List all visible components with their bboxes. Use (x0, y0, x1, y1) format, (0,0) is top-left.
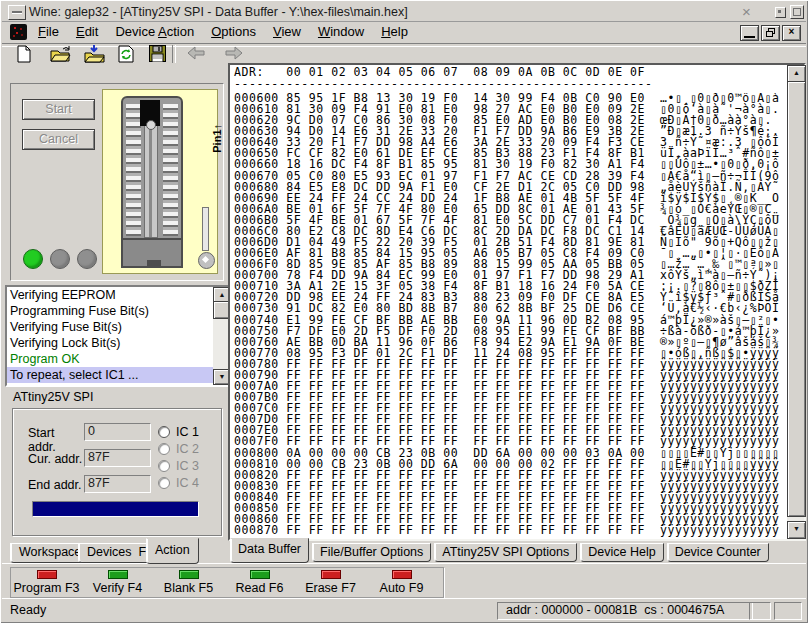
log-item[interactable]: Programming Fuse Bit(s) (7, 303, 213, 319)
log-scrollbar[interactable]: ▲ ▼ (213, 287, 229, 385)
scroll-thumb[interactable] (787, 81, 806, 517)
action-label: Program F3 (11, 581, 82, 595)
log-list: Verifying EEPROMProgramming Fuse Bit(s)V… (7, 287, 213, 385)
refresh-buffer-icon (118, 45, 134, 63)
radio-label: IC 3 (176, 459, 199, 473)
cur-addr-label: Cur. addr. (28, 452, 84, 466)
hex-rows[interactable]: 000600 85 95 1F B8 13 30 19 F0 14 30 99 … (234, 93, 786, 539)
menu-help[interactable]: Help (381, 21, 408, 43)
action-read-f6[interactable]: Read F6 (224, 570, 295, 595)
socket-knob-icon (198, 252, 215, 269)
action-buttons: Program F3Verify F4Blank F5Read F6Erase … (10, 567, 444, 598)
tab-file-buffer-options[interactable]: File/Buffer Options (312, 543, 431, 562)
tab-data-buffer[interactable]: Data Buffer (230, 538, 309, 563)
hex-row[interactable]: 000870 FF FF FF FF FF FF FF FF FF FF FF … (234, 525, 786, 536)
menu-device-action[interactable]: Device Action (115, 21, 194, 43)
led-red-icon (321, 570, 341, 579)
menu-window[interactable]: Window (318, 21, 364, 43)
action-label: Auto F9 (366, 581, 437, 595)
status-led-gray-icon (50, 249, 70, 269)
action-verify-f4[interactable]: Verify F4 (82, 570, 153, 595)
menu-dash-icon (12, 11, 22, 14)
app-chip-icon[interactable] (10, 24, 27, 40)
wm-close-icon[interactable]: × (742, 3, 751, 20)
radio-label: IC 2 (176, 442, 199, 456)
title-bar[interactable]: Wine: galep32 - [ATtiny25V SPI - Data Bu… (2, 2, 806, 22)
menu-row: FileEditDevice ActionOptionsViewWindowHe… (2, 21, 806, 43)
end-addr-field[interactable]: 87F (84, 475, 151, 493)
mdi-close-button[interactable]: × (782, 25, 801, 41)
open-file-icon (50, 45, 71, 63)
wm-maximize-button[interactable] (790, 5, 804, 19)
radio-circle-icon[interactable] (158, 426, 170, 438)
status-addr-info: addr : 000000 - 00081B cs : 0004675A (497, 602, 753, 620)
log-item[interactable]: Verifying Lock Bit(s) (7, 335, 213, 351)
load-file-to-buffer-button[interactable] (84, 45, 106, 63)
refresh-buffer-button[interactable] (118, 45, 140, 63)
start-addr-label: Start addr. (28, 426, 84, 454)
action-auto-f9[interactable]: Auto F9 (366, 570, 437, 595)
mdi-restore-button[interactable] (761, 25, 780, 41)
start-button[interactable]: Start (22, 99, 95, 120)
radio-ic-1[interactable]: IC 1 (158, 425, 199, 439)
hex-separator: ----------------------------------------… (230, 79, 804, 92)
forward-button (224, 45, 246, 63)
action-label: Verify F4 (82, 581, 153, 595)
radio-ic-3: IC 3 (158, 459, 199, 473)
status-leds (23, 249, 97, 269)
new-file-button[interactable] (16, 45, 38, 63)
data-buffer-window[interactable]: ADR: 00 01 02 03 04 05 06 07 08 09 0A 0B… (228, 63, 806, 541)
log-item[interactable]: To repeat, select IC1 ... (7, 367, 213, 383)
tab-attiny25v-spi-options[interactable]: ATtiny25V SPI Options (434, 543, 577, 562)
end-addr-label: End addr. (28, 478, 84, 492)
status-led-green-icon (23, 249, 43, 269)
status-ready: Ready (10, 603, 46, 617)
zif-socket-icon (121, 96, 183, 244)
led-green-icon (250, 570, 270, 579)
new-file-icon (16, 45, 32, 63)
status-cell-2 (774, 602, 802, 620)
save-file-button[interactable] (149, 45, 171, 63)
window-menu-button[interactable] (8, 5, 26, 20)
menu-file[interactable]: File (38, 21, 59, 43)
menu-bar: FileEditDevice ActionOptionsViewWindowHe… (38, 21, 425, 43)
wm-minimize-button[interactable] (775, 7, 786, 18)
action-program-f3[interactable]: Program F3 (11, 570, 82, 595)
radio-circle-icon (158, 443, 170, 455)
cur-addr-field[interactable]: 87F (84, 449, 151, 467)
action-label: Erase F7 (295, 581, 366, 595)
start-addr-field[interactable]: 0 (84, 423, 151, 441)
log-item[interactable]: Program OK (7, 351, 213, 367)
cancel-button[interactable]: Cancel (22, 129, 95, 150)
log-listbox: Verifying EEPROMProgramming Fuse Bit(s)V… (5, 285, 231, 387)
status-bar: Ready addr : 000000 - 00081B cs : 000467… (2, 598, 806, 620)
mdi-controls: × (740, 25, 801, 41)
forward-icon (224, 45, 244, 61)
tab-device-counter[interactable]: Device Counter (667, 543, 769, 562)
buffer-scrollbar[interactable]: ▲ ▼ (787, 65, 804, 539)
ic-radios: IC 1IC 2IC 3IC 4 (158, 425, 218, 495)
radio-circle-icon (158, 477, 170, 489)
led-red-icon (392, 570, 412, 579)
menu-view[interactable]: View (273, 21, 301, 43)
action-erase-f7[interactable]: Erase F7 (295, 570, 366, 595)
radio-circle-icon (158, 460, 170, 472)
menu-options[interactable]: Options (211, 21, 256, 43)
log-item[interactable]: Verifying Fuse Bit(s) (7, 319, 213, 335)
log-item[interactable]: Verifying EEPROM (7, 287, 213, 303)
scroll-down-icon[interactable]: ▼ (787, 521, 806, 539)
toolbar-separator (172, 45, 176, 63)
action-blank-f5[interactable]: Blank F5 (153, 570, 224, 595)
buffer-tabs: Data BufferFile/Buffer OptionsATtiny25V … (230, 538, 769, 563)
application-window: Wine: galep32 - [ATtiny25V SPI - Data Bu… (0, 0, 808, 623)
led-green-icon (179, 570, 199, 579)
tab-action[interactable]: Action (146, 538, 199, 564)
open-file-button[interactable] (50, 45, 72, 63)
led-red-icon (37, 570, 57, 579)
tab-device-help[interactable]: Device Help (580, 543, 663, 562)
window-title: Wine: galep32 - [ATtiny25V SPI - Data Bu… (29, 5, 408, 19)
menu-edit[interactable]: Edit (76, 21, 98, 43)
mdi-minimize-button[interactable] (740, 25, 759, 41)
restore-icon (766, 28, 775, 37)
save-file-icon (149, 45, 166, 62)
